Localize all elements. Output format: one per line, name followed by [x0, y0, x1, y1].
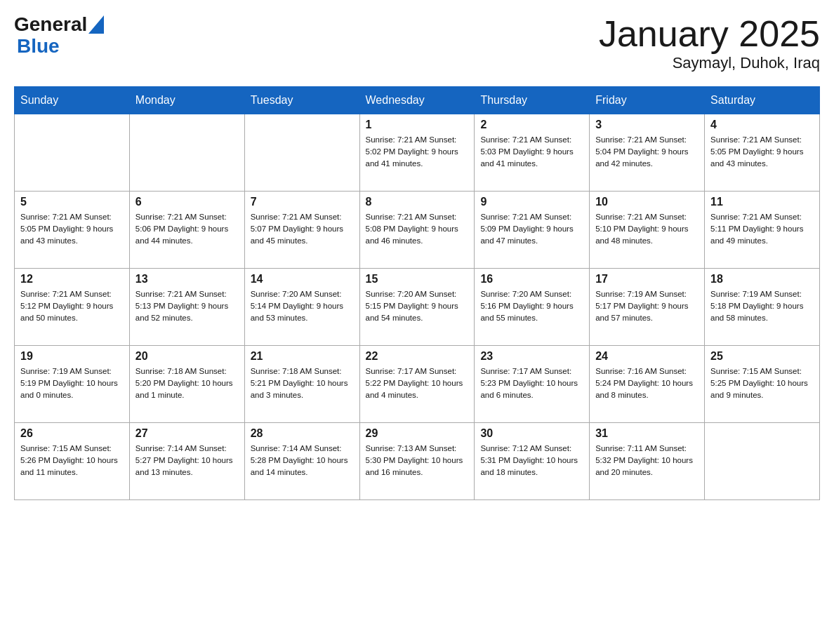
calendar-cell: 5Sunrise: 7:21 AM Sunset: 5:05 PM Daylig…: [15, 192, 130, 269]
calendar-cell: 12Sunrise: 7:21 AM Sunset: 5:12 PM Dayli…: [15, 269, 130, 346]
day-number: 3: [595, 119, 699, 131]
day-number: 5: [20, 196, 124, 208]
day-number: 8: [366, 196, 469, 208]
calendar-cell: 19Sunrise: 7:19 AM Sunset: 5:19 PM Dayli…: [15, 346, 130, 423]
day-info: Sunrise: 7:21 AM Sunset: 5:05 PM Dayligh…: [20, 211, 124, 246]
calendar-cell: 22Sunrise: 7:17 AM Sunset: 5:22 PM Dayli…: [359, 346, 475, 423]
calendar-cell: 30Sunrise: 7:12 AM Sunset: 5:31 PM Dayli…: [475, 423, 590, 500]
svg-marker-0: [88, 15, 104, 34]
calendar-cell: 9Sunrise: 7:21 AM Sunset: 5:09 PM Daylig…: [475, 192, 590, 269]
calendar-cell: 21Sunrise: 7:18 AM Sunset: 5:21 PM Dayli…: [244, 346, 359, 423]
day-number: 23: [480, 350, 583, 363]
day-number: 28: [251, 427, 354, 440]
calendar-cell: [15, 114, 130, 192]
day-number: 15: [366, 273, 469, 286]
day-info: Sunrise: 7:15 AM Sunset: 5:26 PM Dayligh…: [20, 443, 124, 478]
day-info: Sunrise: 7:18 AM Sunset: 5:21 PM Dayligh…: [251, 365, 354, 401]
logo: General Blue: [14, 14, 105, 58]
col-thursday: Thursday: [475, 87, 590, 114]
calendar-cell: [244, 114, 359, 192]
day-info: Sunrise: 7:21 AM Sunset: 5:12 PM Dayligh…: [20, 288, 124, 323]
col-wednesday: Wednesday: [359, 87, 475, 114]
calendar-cell: 18Sunrise: 7:19 AM Sunset: 5:18 PM Dayli…: [705, 269, 820, 346]
calendar-cell: 4Sunrise: 7:21 AM Sunset: 5:05 PM Daylig…: [705, 114, 820, 192]
day-info: Sunrise: 7:21 AM Sunset: 5:07 PM Dayligh…: [251, 211, 354, 246]
calendar-cell: 25Sunrise: 7:15 AM Sunset: 5:25 PM Dayli…: [705, 346, 820, 423]
calendar-cell: 15Sunrise: 7:20 AM Sunset: 5:15 PM Dayli…: [359, 269, 475, 346]
day-info: Sunrise: 7:13 AM Sunset: 5:30 PM Dayligh…: [366, 443, 469, 478]
day-number: 30: [480, 427, 583, 440]
calendar-cell: 31Sunrise: 7:11 AM Sunset: 5:32 PM Dayli…: [590, 423, 705, 500]
col-sunday: Sunday: [15, 87, 130, 114]
calendar-cell: 13Sunrise: 7:21 AM Sunset: 5:13 PM Dayli…: [129, 269, 244, 346]
day-info: Sunrise: 7:21 AM Sunset: 5:04 PM Dayligh…: [595, 134, 699, 169]
calendar-cell: 6Sunrise: 7:21 AM Sunset: 5:06 PM Daylig…: [129, 192, 244, 269]
day-info: Sunrise: 7:20 AM Sunset: 5:14 PM Dayligh…: [251, 288, 354, 323]
day-info: Sunrise: 7:14 AM Sunset: 5:27 PM Dayligh…: [135, 443, 239, 478]
day-info: Sunrise: 7:20 AM Sunset: 5:16 PM Dayligh…: [480, 288, 583, 323]
day-info: Sunrise: 7:19 AM Sunset: 5:18 PM Dayligh…: [710, 288, 814, 323]
logo-triangle-icon: [88, 15, 104, 34]
col-monday: Monday: [129, 87, 244, 114]
calendar-week-row-2: 5Sunrise: 7:21 AM Sunset: 5:05 PM Daylig…: [15, 192, 820, 269]
day-number: 6: [135, 196, 239, 208]
calendar-cell: [129, 114, 244, 192]
calendar-cell: [705, 423, 820, 500]
calendar-cell: 8Sunrise: 7:21 AM Sunset: 5:08 PM Daylig…: [359, 192, 475, 269]
calendar-table: Sunday Monday Tuesday Wednesday Thursday…: [14, 86, 820, 500]
day-number: 14: [251, 273, 354, 286]
day-info: Sunrise: 7:17 AM Sunset: 5:23 PM Dayligh…: [480, 365, 583, 401]
calendar-cell: 10Sunrise: 7:21 AM Sunset: 5:10 PM Dayli…: [590, 192, 705, 269]
day-number: 13: [135, 273, 239, 286]
day-info: Sunrise: 7:11 AM Sunset: 5:32 PM Dayligh…: [595, 443, 699, 478]
day-info: Sunrise: 7:21 AM Sunset: 5:11 PM Dayligh…: [710, 211, 814, 246]
day-info: Sunrise: 7:20 AM Sunset: 5:15 PM Dayligh…: [366, 288, 469, 323]
day-info: Sunrise: 7:15 AM Sunset: 5:25 PM Dayligh…: [710, 365, 814, 401]
day-number: 7: [251, 196, 354, 208]
calendar-cell: 16Sunrise: 7:20 AM Sunset: 5:16 PM Dayli…: [475, 269, 590, 346]
calendar-cell: 1Sunrise: 7:21 AM Sunset: 5:02 PM Daylig…: [359, 114, 475, 192]
day-info: Sunrise: 7:21 AM Sunset: 5:09 PM Dayligh…: [480, 211, 583, 246]
day-info: Sunrise: 7:21 AM Sunset: 5:05 PM Dayligh…: [710, 134, 814, 169]
day-info: Sunrise: 7:17 AM Sunset: 5:22 PM Dayligh…: [366, 365, 469, 401]
day-number: 18: [710, 273, 814, 286]
calendar-cell: 2Sunrise: 7:21 AM Sunset: 5:03 PM Daylig…: [475, 114, 590, 192]
day-info: Sunrise: 7:14 AM Sunset: 5:28 PM Dayligh…: [251, 443, 354, 478]
col-friday: Friday: [590, 87, 705, 114]
col-saturday: Saturday: [705, 87, 820, 114]
calendar-week-row-5: 26Sunrise: 7:15 AM Sunset: 5:26 PM Dayli…: [15, 423, 820, 500]
title-block: January 2025 Saymayl, Duhok, Iraq: [599, 14, 820, 72]
day-number: 2: [480, 119, 583, 131]
calendar-cell: 23Sunrise: 7:17 AM Sunset: 5:23 PM Dayli…: [475, 346, 590, 423]
day-number: 29: [366, 427, 469, 440]
calendar-cell: 29Sunrise: 7:13 AM Sunset: 5:30 PM Dayli…: [359, 423, 475, 500]
calendar-header-row: Sunday Monday Tuesday Wednesday Thursday…: [15, 87, 820, 114]
day-info: Sunrise: 7:12 AM Sunset: 5:31 PM Dayligh…: [480, 443, 583, 478]
day-number: 27: [135, 427, 239, 440]
day-number: 17: [595, 273, 699, 286]
calendar-cell: 26Sunrise: 7:15 AM Sunset: 5:26 PM Dayli…: [15, 423, 130, 500]
day-number: 24: [595, 350, 699, 363]
calendar-cell: 24Sunrise: 7:16 AM Sunset: 5:24 PM Dayli…: [590, 346, 705, 423]
day-number: 21: [251, 350, 354, 363]
day-info: Sunrise: 7:21 AM Sunset: 5:13 PM Dayligh…: [135, 288, 239, 323]
day-info: Sunrise: 7:19 AM Sunset: 5:19 PM Dayligh…: [20, 365, 124, 401]
day-number: 26: [20, 427, 124, 440]
calendar-week-row-4: 19Sunrise: 7:19 AM Sunset: 5:19 PM Dayli…: [15, 346, 820, 423]
day-number: 20: [135, 350, 239, 363]
calendar-cell: 20Sunrise: 7:18 AM Sunset: 5:20 PM Dayli…: [129, 346, 244, 423]
day-number: 11: [710, 196, 814, 208]
calendar-week-row-1: 1Sunrise: 7:21 AM Sunset: 5:02 PM Daylig…: [15, 114, 820, 192]
day-number: 4: [710, 119, 814, 131]
day-number: 16: [480, 273, 583, 286]
page-header: General Blue January 2025 Saymayl, Duhok…: [14, 14, 820, 72]
calendar-title: January 2025: [599, 14, 820, 54]
day-info: Sunrise: 7:21 AM Sunset: 5:03 PM Dayligh…: [480, 134, 583, 169]
calendar-cell: 11Sunrise: 7:21 AM Sunset: 5:11 PM Dayli…: [705, 192, 820, 269]
calendar-cell: 14Sunrise: 7:20 AM Sunset: 5:14 PM Dayli…: [244, 269, 359, 346]
day-info: Sunrise: 7:21 AM Sunset: 5:02 PM Dayligh…: [366, 134, 469, 169]
day-info: Sunrise: 7:21 AM Sunset: 5:10 PM Dayligh…: [595, 211, 699, 246]
calendar-subtitle: Saymayl, Duhok, Iraq: [599, 54, 820, 72]
logo-general-text: General: [14, 14, 87, 36]
col-tuesday: Tuesday: [244, 87, 359, 114]
